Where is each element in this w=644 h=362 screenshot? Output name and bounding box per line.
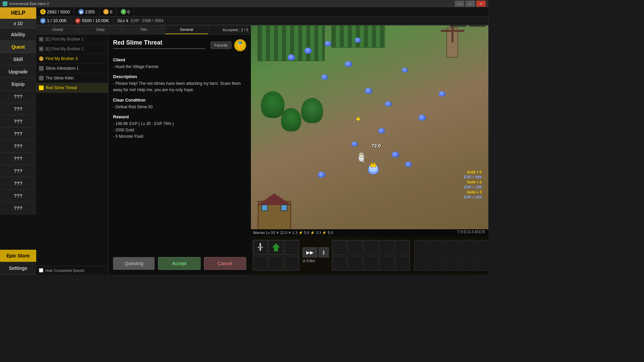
x10-button[interactable]: x 10 bbox=[0, 19, 36, 28]
extra-slot-1[interactable] bbox=[414, 240, 429, 255]
slime-4 bbox=[345, 61, 352, 67]
hp-resource: ♥ 5500 / 10.00K bbox=[71, 16, 113, 25]
quest-item-slimeinf[interactable]: Slime Infestation 1 bbox=[36, 64, 108, 73]
target-range-value: ⊙ 0.8m bbox=[303, 259, 315, 263]
extra-slot-8[interactable] bbox=[445, 256, 460, 270]
skill-slot-empty-4[interactable] bbox=[284, 256, 299, 270]
move-controls: ▶▶ ⟫ ⊙ 0.8m bbox=[301, 246, 330, 264]
run-button[interactable]: ▶▶ bbox=[303, 247, 317, 257]
hide-completed-row[interactable]: Hide Completed Quests bbox=[36, 266, 108, 275]
hp-value: 5500 / 10.00K bbox=[82, 18, 109, 23]
sidebar-item-q2[interactable]: ??? bbox=[0, 103, 36, 115]
eq-slot-6[interactable] bbox=[332, 256, 347, 270]
gem-value: 2355 bbox=[85, 9, 95, 14]
sidebar-item-equip[interactable]: Equip bbox=[0, 78, 36, 90]
tab-daily[interactable]: Daily bbox=[79, 25, 122, 34]
ticket-resource: ⊙ 0 bbox=[99, 7, 117, 16]
eq-slot-5[interactable] bbox=[395, 240, 410, 255]
building-house bbox=[258, 201, 291, 231]
window-controls[interactable]: — □ ✕ bbox=[455, 1, 486, 7]
sidebar-item-quest[interactable]: Quest bbox=[0, 41, 36, 53]
extra-slot-6[interactable] bbox=[414, 256, 429, 270]
extra-slot-10[interactable] bbox=[477, 256, 488, 270]
quest-item-findbro1[interactable]: E [E] Find My Brother 1 bbox=[36, 35, 108, 44]
level-resource: ● 1 / 10.00K bbox=[36, 16, 71, 25]
help-button[interactable]: HELP bbox=[0, 7, 36, 19]
skill-slot-arrow[interactable] bbox=[269, 240, 283, 255]
extra-slot-9[interactable] bbox=[461, 256, 476, 270]
skill-slot-empty-2[interactable] bbox=[253, 256, 268, 270]
sidebar-item-upgrade[interactable]: Upgrade bbox=[0, 66, 36, 78]
slime-13 bbox=[392, 152, 399, 158]
quest-item-slimekiller[interactable]: The Slime Killer bbox=[36, 73, 108, 83]
eq-slot-1[interactable] bbox=[332, 240, 347, 255]
quest-title-section: Red Slime Threat bbox=[113, 39, 205, 49]
sidebar-item-q5[interactable]: ??? bbox=[0, 140, 36, 153]
eq-slot-8[interactable] bbox=[364, 256, 378, 270]
reward-line-2: - 2000 Gold bbox=[113, 127, 246, 133]
svg-rect-23 bbox=[258, 247, 263, 248]
sidebar-item-q7[interactable]: ??? bbox=[0, 165, 36, 177]
svg-marker-24 bbox=[260, 243, 261, 243]
hero-character bbox=[357, 152, 367, 166]
extra-slot-4[interactable] bbox=[461, 240, 476, 255]
reward-label: Reward bbox=[113, 114, 246, 119]
sidebar: HELP x 10 Ability Quest Skill Upgrade Eq… bbox=[0, 7, 36, 275]
sidebar-item-q8[interactable]: ??? bbox=[0, 177, 36, 190]
sidebar-item-q10[interactable]: ??? bbox=[0, 202, 36, 215]
slime-7 bbox=[365, 88, 372, 94]
eq-slot-9[interactable] bbox=[379, 256, 394, 270]
hide-completed-checkbox[interactable] bbox=[39, 268, 43, 273]
extra-slot-3[interactable] bbox=[445, 240, 460, 255]
minimize-button[interactable]: — bbox=[455, 1, 464, 7]
sidebar-item-q6[interactable]: ??? bbox=[0, 153, 36, 165]
extra-slot-2[interactable] bbox=[430, 240, 444, 255]
quest-item-redslime[interactable]: Red Slime Threat bbox=[36, 83, 108, 93]
ticket-icon: ⊙ bbox=[103, 9, 109, 14]
tab-general[interactable]: General bbox=[165, 25, 208, 34]
popup-exp-1: EXP + 909 bbox=[464, 175, 482, 179]
tree-3 bbox=[301, 98, 323, 123]
hide-completed-label: Hide Completed Quests bbox=[45, 268, 85, 273]
svg-marker-25 bbox=[272, 243, 280, 251]
sidebar-item-q1[interactable]: ??? bbox=[0, 90, 36, 103]
favorite-button[interactable]: Favorite bbox=[211, 42, 231, 49]
extra-slot-7[interactable] bbox=[430, 256, 444, 270]
sidebar-item-q9[interactable]: ??? bbox=[0, 190, 36, 202]
fast-run-button[interactable]: ⟫ bbox=[319, 247, 329, 257]
eq-slot-7[interactable] bbox=[348, 256, 363, 270]
sidebar-item-epic-store[interactable]: Epic Store bbox=[0, 250, 36, 262]
quest-list: E [E] Find My Brother 1 E [E] Find My Br… bbox=[36, 35, 108, 266]
skill-slot-empty-3[interactable] bbox=[269, 256, 283, 270]
quest-item-findbro2[interactable]: E [E] Find My Brother 2 bbox=[36, 44, 108, 54]
eq-slot-4[interactable] bbox=[379, 240, 394, 255]
client-label: Client bbox=[113, 57, 246, 62]
maximize-button[interactable]: □ bbox=[466, 1, 475, 7]
quest-item-findbro3[interactable]: Q Find My Brother 3 bbox=[36, 54, 108, 64]
sidebar-item-q4[interactable]: ??? bbox=[0, 128, 36, 140]
skill-slot-empty-1[interactable] bbox=[284, 240, 299, 255]
gold-value: 2892 / 5000 bbox=[47, 9, 70, 14]
eq-slot-10[interactable] bbox=[395, 256, 410, 270]
popup-gold-2: Gold + 2 bbox=[467, 180, 482, 184]
tab-global[interactable]: Global bbox=[36, 25, 79, 34]
cancel-button[interactable]: Cancel bbox=[204, 257, 246, 270]
sidebar-item-skill[interactable]: Skill bbox=[0, 53, 36, 66]
tab-title[interactable]: Title bbox=[122, 25, 165, 34]
reward-line-1: - 196.9K EXP ( Lv 35 : EXP 79% ) bbox=[113, 121, 246, 127]
target-range: ⊙ 0.8m bbox=[303, 259, 329, 263]
quest-medal: 🏅 bbox=[234, 39, 246, 51]
eq-slot-2[interactable] bbox=[348, 240, 363, 255]
sidebar-item-ability[interactable]: Ability bbox=[0, 28, 36, 41]
eq-slot-3[interactable] bbox=[364, 240, 378, 255]
close-button[interactable]: ✕ bbox=[476, 1, 486, 7]
hp-icon: ♥ bbox=[75, 18, 80, 23]
accept-button[interactable]: Accept bbox=[158, 257, 200, 270]
app-icon bbox=[3, 1, 7, 6]
extra-slot-5[interactable] bbox=[477, 240, 488, 255]
slime-5 bbox=[355, 38, 361, 43]
skill-slot-sword[interactable] bbox=[253, 240, 268, 255]
quest-item-label: Find My Brother 3 bbox=[46, 56, 77, 61]
sidebar-item-settings[interactable]: Settings bbox=[0, 262, 36, 275]
sidebar-item-q3[interactable]: ??? bbox=[0, 115, 36, 128]
